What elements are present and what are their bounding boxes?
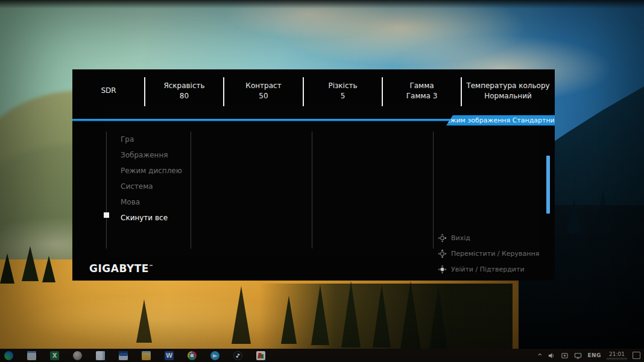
obs-icon[interactable] (233, 351, 242, 360)
hint-enter: Увійти / Підтвердити (438, 261, 552, 277)
osd-top-value: Нормальний (484, 92, 532, 100)
tree-silhouette (232, 286, 251, 344)
windows-taskbar: X W ^ ENG (0, 349, 644, 362)
tree-silhouette (281, 296, 297, 344)
menu-item-display-mode[interactable]: Режим дисплею (121, 163, 187, 179)
system-tray: ^ ENG 21:01 (537, 349, 640, 362)
clock-time: 21:01 (609, 352, 625, 357)
taskbar-icons: X W (0, 351, 265, 360)
picture-mode-label: Режим зображення Стандартний (442, 116, 559, 124)
osd-top-label: SDR (101, 86, 116, 95)
hint-label: Перемістити / Керування (451, 250, 539, 258)
tree-silhouette (22, 246, 39, 281)
top-separator (382, 77, 383, 106)
edge-icon[interactable] (4, 351, 13, 360)
brand-text: GIGABYTE (89, 262, 149, 275)
excel-icon[interactable]: X (50, 351, 59, 360)
osd-top-value: Гамма 3 (406, 92, 438, 100)
osd-top-value: 50 (259, 92, 268, 100)
column-divider (312, 132, 312, 249)
osd-panel: SDR Яскравість 80 Контраст 50 Різкість 5… (72, 69, 555, 281)
osd-top-item-color-temp[interactable]: Температура кольору Нормальний (461, 69, 555, 112)
tree-silhouette (400, 281, 421, 349)
osd-top-item-sharpness[interactable]: Різкість 5 (303, 69, 382, 112)
menu-item-reset-all[interactable]: Скинути все (121, 210, 187, 226)
osd-top-item-gamma[interactable]: Гамма Гамма 3 (382, 69, 461, 112)
action-center-icon[interactable] (633, 352, 640, 359)
osd-top-label: Контраст (245, 81, 281, 90)
media-app-icon[interactable] (256, 351, 265, 360)
tree-silhouette (311, 285, 329, 345)
menu-item-language[interactable]: Мова (121, 194, 187, 210)
gigabyte-logo: GIGABYTE™ (89, 262, 153, 275)
osd-top-label: Температура кольору (466, 81, 549, 90)
wallpaper-dark-band (259, 284, 513, 349)
tree-silhouette (136, 299, 152, 343)
picture-mode-tab: Режим зображення Стандартний (446, 115, 555, 125)
volume-icon[interactable] (548, 352, 555, 360)
selected-item-marker (104, 212, 109, 218)
trademark-symbol: ™ (149, 264, 153, 269)
clock[interactable]: 21:01 (607, 352, 627, 361)
osd-menu-list: Гра Зображення Режим дисплею Система Мов… (121, 132, 187, 226)
osd-top-value: 5 (341, 92, 346, 100)
osd-scrollbar[interactable] (546, 156, 550, 214)
hint-label: Вихід (451, 234, 470, 242)
tree-silhouette (0, 253, 14, 284)
menu-item-system[interactable]: Система (121, 179, 187, 194)
tray-expand-chevron-icon[interactable]: ^ (537, 353, 542, 360)
tray-app-icon[interactable] (561, 352, 569, 360)
notepad-icon[interactable] (96, 351, 105, 360)
top-separator (461, 77, 462, 106)
column-divider (433, 132, 434, 249)
network-display-icon[interactable] (574, 352, 582, 360)
tree-silhouette (595, 191, 611, 233)
top-separator (144, 77, 145, 106)
hint-label: Увійти / Підтвердити (451, 265, 525, 273)
osd-top-item-sdr[interactable]: SDR (72, 69, 145, 112)
column-divider (106, 132, 107, 249)
top-separator (223, 77, 224, 106)
hint-move: Перемістити / Керування (438, 246, 552, 261)
tree-silhouette (341, 281, 361, 348)
hint-exit: Вихід (438, 230, 552, 246)
osd-top-item-brightness[interactable]: Яскравість 80 (145, 69, 224, 112)
tree-silhouette (42, 256, 55, 282)
joystick-press-icon (438, 265, 447, 274)
column-divider (191, 132, 191, 249)
joystick-move-icon (438, 249, 447, 258)
chrome-icon[interactable] (188, 351, 197, 360)
control-hints: Вихід Перемістити / Керування (438, 230, 552, 277)
menu-item-picture[interactable]: Зображення (121, 147, 187, 163)
app-window-icon[interactable] (27, 351, 36, 360)
tree-silhouette (567, 199, 581, 233)
joystick-right-icon (438, 233, 447, 243)
language-indicator[interactable]: ENG (587, 352, 601, 358)
osd-top-label: Різкість (328, 81, 357, 90)
photo-top-shade (0, 0, 644, 8)
osd-top-value: 80 (180, 92, 189, 100)
calculator-icon[interactable] (119, 351, 128, 360)
clock-date-cropped (607, 358, 627, 361)
menu-item-game[interactable]: Гра (121, 132, 187, 147)
tree-silhouette (429, 286, 447, 349)
monitor-screen: SDR Яскравість 80 Контраст 50 Різкість 5… (0, 0, 644, 362)
top-separator (303, 77, 304, 106)
osd-top-label: Яскравість (163, 81, 204, 90)
gimp-icon[interactable] (73, 351, 82, 360)
telegram-icon[interactable] (210, 351, 219, 360)
tree-silhouette (373, 285, 391, 348)
wallpaper-field-glow (24, 284, 362, 350)
osd-top-label: Гамма (409, 81, 434, 90)
osd-top-item-contrast[interactable]: Контраст 50 (224, 69, 303, 112)
word-icon[interactable]: W (165, 351, 174, 360)
folder-icon[interactable] (142, 351, 151, 360)
